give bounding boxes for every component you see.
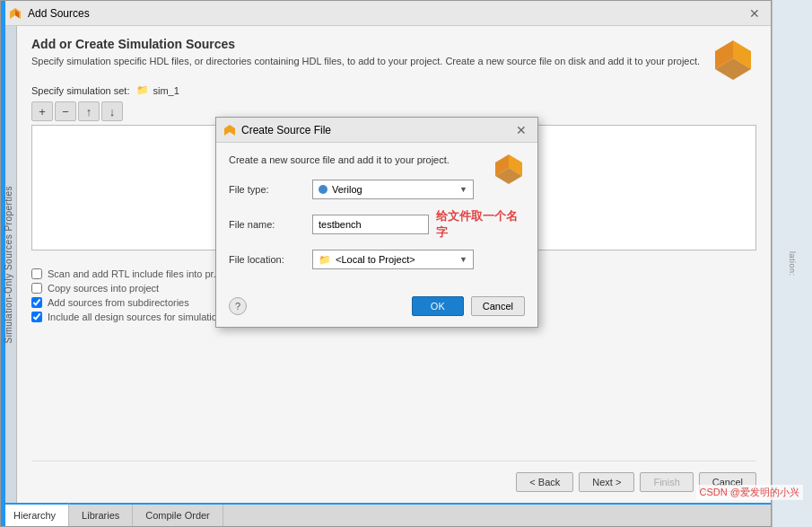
modal-footer: ? OK Cancel bbox=[216, 289, 537, 327]
annotation-text: 给文件取一个名字 bbox=[436, 208, 525, 241]
modal-description: Create a new source file and add it to y… bbox=[229, 154, 525, 167]
next-button[interactable]: Next > bbox=[579, 472, 634, 492]
file-type-row: File type: Verilog ▼ bbox=[229, 180, 525, 199]
remove-file-button[interactable]: − bbox=[55, 101, 76, 121]
tab-libraries[interactable]: Libraries bbox=[69, 505, 133, 526]
copy-checkbox[interactable] bbox=[31, 283, 42, 294]
modal-title: Create Source File bbox=[241, 124, 331, 136]
title-bar: Add Sources ✕ bbox=[1, 1, 771, 26]
sidebar-label: Simulation-Only Sources Properties bbox=[4, 186, 13, 343]
move-up-button[interactable]: ↑ bbox=[78, 101, 100, 121]
sim-set-display: 📁 sim_1 bbox=[136, 84, 179, 96]
finish-button[interactable]: Finish bbox=[640, 472, 693, 492]
subdirs-label: Add sources from subdirectories bbox=[48, 297, 189, 308]
file-name-control: 给文件取一个名字 bbox=[312, 208, 525, 241]
vivado-logo-svg bbox=[712, 37, 755, 80]
rtl-label: Scan and add RTL include files into pr..… bbox=[48, 268, 222, 279]
footer-buttons: < Back Next > Finish Cancel bbox=[31, 461, 756, 492]
file-name-row: File name: 给文件取一个名字 bbox=[229, 208, 525, 241]
modal-title-bar: Create Source File ✕ bbox=[216, 118, 537, 143]
sim-set-label: Specify simulation set: bbox=[31, 85, 129, 96]
sim-set-value: sim_1 bbox=[153, 85, 179, 96]
include-label: Include all design sources for simulatio… bbox=[48, 312, 223, 322]
back-button[interactable]: < Back bbox=[516, 472, 573, 492]
bottom-tabs: Hierarchy Libraries Compile Order bbox=[1, 503, 771, 526]
csdn-watermark: CSDN @爱发明的小兴 bbox=[696, 485, 803, 500]
ok-button[interactable]: OK bbox=[412, 296, 464, 316]
page-description: Specify simulation specific HDL files, o… bbox=[31, 55, 731, 68]
subdirs-checkbox[interactable] bbox=[31, 297, 42, 308]
title-bar-left: Add Sources bbox=[8, 6, 90, 21]
help-button[interactable]: ? bbox=[229, 297, 247, 315]
create-source-dialog: Create Source File ✕ Create a new source… bbox=[215, 117, 538, 328]
file-type-value: Verilog bbox=[332, 184, 362, 195]
file-name-input[interactable] bbox=[312, 215, 429, 234]
copy-label: Copy sources into project bbox=[48, 283, 159, 294]
include-checkbox[interactable] bbox=[31, 312, 42, 322]
modal-app-icon bbox=[223, 124, 236, 136]
file-location-row: File location: 📁 <Local to Project> ▼ bbox=[229, 250, 525, 269]
modal-title-left: Create Source File bbox=[223, 124, 331, 136]
title-bar-title: Add Sources bbox=[28, 7, 90, 20]
add-file-button[interactable]: + bbox=[31, 101, 53, 121]
right-panel: lation: bbox=[772, 0, 812, 527]
tab-compile-order[interactable]: Compile Order bbox=[133, 505, 223, 526]
modal-close-button[interactable]: ✕ bbox=[512, 123, 530, 137]
file-location-select[interactable]: 📁 <Local to Project> ▼ bbox=[312, 250, 474, 269]
file-location-value: <Local to Project> bbox=[336, 254, 415, 265]
file-type-label: File type: bbox=[229, 184, 305, 195]
svg-marker-5 bbox=[224, 125, 235, 136]
modal-vivado-logo bbox=[493, 152, 525, 184]
folder-icon: 📁 bbox=[136, 84, 149, 96]
file-type-select[interactable]: Verilog ▼ bbox=[312, 180, 474, 199]
file-location-label: File location: bbox=[229, 254, 305, 265]
location-chevron-down-icon: ▼ bbox=[459, 255, 467, 264]
tab-hierarchy[interactable]: Hierarchy bbox=[1, 503, 69, 526]
page-title: Add or Create Simulation Sources bbox=[31, 37, 756, 51]
wizard-logo bbox=[712, 37, 756, 82]
file-location-control: 📁 <Local to Project> ▼ bbox=[312, 250, 525, 269]
close-button[interactable]: ✕ bbox=[746, 6, 764, 21]
page-header: Add or Create Simulation Sources Specify… bbox=[31, 37, 756, 68]
verilog-dot bbox=[319, 185, 327, 194]
file-name-label: File name: bbox=[229, 219, 305, 230]
modal-body: Create a new source file and add it to y… bbox=[216, 143, 537, 289]
rtl-checkbox[interactable] bbox=[31, 268, 42, 279]
move-down-button[interactable]: ↓ bbox=[101, 101, 123, 121]
folder-icon-small: 📁 bbox=[319, 254, 331, 266]
chevron-down-icon: ▼ bbox=[459, 185, 467, 194]
modal-cancel-button[interactable]: Cancel bbox=[471, 296, 525, 316]
simulation-set-row: Specify simulation set: 📁 sim_1 bbox=[31, 84, 756, 96]
app-icon bbox=[8, 6, 22, 21]
modal-logo bbox=[493, 152, 525, 187]
